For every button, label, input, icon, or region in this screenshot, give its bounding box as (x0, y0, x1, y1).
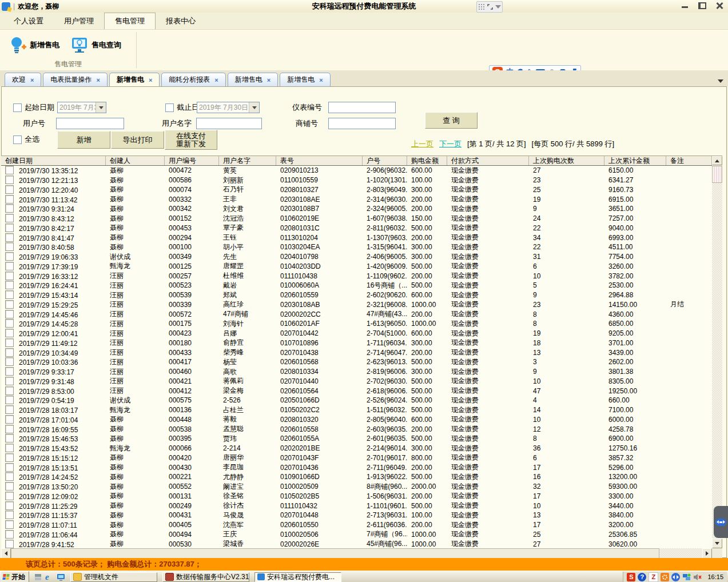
row-checkbox[interactable] (5, 185, 14, 194)
menu-tab-2[interactable]: 售电管理 (104, 13, 156, 29)
table-row[interactable]: 2019/7/29 15:43:14汪丽000539郑斌02060105592-… (1, 290, 712, 300)
row-checkbox[interactable] (5, 329, 14, 337)
column-header-9[interactable]: 上次累计金额 (604, 156, 666, 165)
row-checkbox[interactable] (5, 367, 14, 376)
dropdown-chevron-icon[interactable] (495, 5, 501, 9)
table-row[interactable]: 2019/7/29 19:06:33谢伏成000349先生02040107982… (1, 252, 712, 262)
minimize-button[interactable] (681, 2, 689, 10)
combo-arrow-icon[interactable] (249, 102, 259, 113)
combo-arrow-icon[interactable] (96, 102, 106, 113)
tab-close-icon[interactable]: × (319, 77, 323, 83)
table-row[interactable]: 2019/7/29 17:39:19甄海龙000125唐耀罡01040203DD… (1, 262, 712, 272)
teamviewer-tray-icon[interactable] (671, 573, 680, 581)
row-checkbox[interactable] (5, 444, 14, 452)
grid-dots-icon[interactable] (478, 3, 485, 10)
row-checkbox[interactable] (5, 290, 14, 299)
taskbar-task-2[interactable]: 安科瑞远程预付费电... (254, 572, 341, 582)
taskbar-task-1[interactable]: 数据传输服务中心V2.31 (162, 572, 249, 582)
column-header-2[interactable]: 用户编号 (165, 156, 219, 165)
row-checkbox[interactable] (5, 520, 14, 529)
row-checkbox[interactable] (5, 252, 14, 261)
doc-tab-1[interactable]: 电表批量操作× (43, 73, 107, 86)
row-checkbox[interactable] (5, 214, 14, 222)
table-row[interactable]: 2019/7/30 12:20:40聂柳000074石乃轩02080103272… (1, 185, 712, 195)
start-date-combo[interactable]: 2019年 7月30日 (57, 102, 106, 113)
online-pay-resend-button[interactable]: 在线支付重新下发 (165, 130, 217, 150)
table-row[interactable]: 2019/7/29 14:45:28汪丽000175刘海针01060201AF1… (1, 319, 712, 329)
table-row[interactable]: 2019/7/30 12:21:13聂柳000586刘丽新01100105591… (1, 176, 712, 185)
new-sale-button[interactable]: 新增售电 (6, 34, 63, 56)
table-row[interactable]: 2019/7/28 14:24:52聂柳000221尤静静010901066D1… (1, 472, 712, 482)
table-row[interactable]: 2019/7/29 8:53:00汪丽000412梁金梅02060105642-… (1, 386, 712, 396)
doc-tab-2[interactable]: 新增售电× (109, 73, 160, 86)
doc-tab-3[interactable]: 能耗分析报表× (161, 73, 225, 86)
tab-list-dropdown-icon[interactable] (718, 79, 723, 83)
column-header-1[interactable]: 创建人 (106, 156, 165, 165)
row-checkbox[interactable] (5, 195, 14, 204)
column-header-6[interactable]: 购电金额 (407, 156, 447, 165)
table-row[interactable]: 2019/7/28 13:50:20聂柳000552阚进宝01000205098… (1, 482, 712, 492)
user-no-input[interactable] (56, 118, 124, 129)
network-tray-icon[interactable] (682, 573, 691, 581)
row-checkbox[interactable] (5, 396, 14, 404)
table-row[interactable]: 2019/7/29 0:54:19谢伏成0005752-526020501066… (1, 396, 712, 405)
table-row[interactable]: 2019/7/29 10:03:36汪丽000417杨莹02060105682-… (1, 357, 712, 367)
table-row[interactable]: 2019/7/30 8:40:58聂柳000100胡小平01030204EA1-… (1, 242, 712, 252)
row-checkbox[interactable] (5, 242, 14, 251)
column-header-3[interactable]: 用户名字 (219, 156, 276, 165)
row-checkbox[interactable] (5, 300, 14, 309)
row-checkbox[interactable] (5, 434, 14, 443)
table-row[interactable]: 2019/7/28 15:15:12聂柳000420唐丽华020701043F2… (1, 453, 712, 463)
horizontal-scroll-thumb[interactable] (11, 548, 659, 559)
volume-muted-icon[interactable] (693, 573, 702, 581)
menu-tab-3[interactable]: 报表中心 (156, 13, 206, 29)
add-button[interactable]: 新增 (57, 131, 110, 149)
table-row[interactable]: 2019/7/30 11:13:42聂柳000332王非02030108AE2-… (1, 194, 712, 204)
table-row[interactable]: 2019/7/29 14:45:46汪丽00057247#商铺02000202C… (1, 309, 712, 319)
table-row[interactable]: 2019/7/28 15:43:52甄海龙0000662-21402020201… (1, 444, 712, 453)
table-row[interactable]: 2019/7/28 12:09:02聂柳000131徐圣铭01050202B51… (1, 492, 712, 501)
table-row[interactable]: 2019/7/28 18:03:17甄海龙000136占桂兰01050202C2… (1, 405, 712, 415)
menu-tab-0[interactable]: 个人设置 (3, 13, 54, 29)
column-header-8[interactable]: 上次购电次数 (529, 156, 604, 165)
desktop-icon[interactable] (57, 573, 65, 581)
table-row[interactable]: 2019/7/29 11:49:12汪丽000180俞静宜01070108961… (1, 338, 712, 348)
vertical-scroll-track[interactable] (712, 183, 722, 539)
tab-close-icon[interactable]: × (267, 77, 270, 83)
table-row[interactable]: 2019/7/30 8:43:12聂柳000152沈冠浩010602019E1-… (1, 214, 712, 224)
scroll-up-icon[interactable] (712, 156, 722, 165)
table-row[interactable]: 2019/7/29 16:33:12汪丽000257杜维维01110104381… (1, 271, 712, 281)
scroll-left-icon[interactable] (1, 548, 11, 559)
row-checkbox[interactable] (5, 357, 14, 366)
table-row[interactable]: 2019/7/29 12:00:41汪丽000423吕娜02070104422-… (1, 329, 712, 338)
scroll-right-icon[interactable] (702, 548, 712, 559)
table-row[interactable]: 2019/7/30 9:31:24聂柳000342刘文君02030108B72-… (1, 204, 712, 214)
restore-button[interactable] (698, 2, 706, 10)
column-header-0[interactable]: 创建日期 (1, 156, 106, 165)
row-checkbox[interactable] (5, 501, 14, 510)
row-checkbox[interactable] (5, 262, 14, 270)
row-checkbox[interactable] (5, 272, 14, 280)
tab-close-icon[interactable]: × (30, 77, 34, 83)
horizontal-scroll-track[interactable] (659, 548, 702, 559)
next-page-link[interactable]: 下一页 (439, 139, 462, 149)
row-checkbox[interactable] (5, 348, 14, 357)
doc-tab-5[interactable]: 新增售电× (280, 73, 330, 86)
table-row[interactable]: 2019/7/28 11:25:29聂柳000249徐计杰01110104321… (1, 501, 712, 511)
shop-no-input[interactable] (328, 118, 396, 129)
row-checkbox[interactable] (5, 405, 14, 414)
vertical-scroll-thumb[interactable] (712, 166, 722, 183)
table-row[interactable]: 2019/7/28 9:41:52聂柳000530梁城香020002026E45… (1, 539, 712, 548)
scroll-down-icon[interactable] (712, 539, 722, 548)
table-row[interactable]: 2019/7/29 9:31:48汪丽000421蒋佩莉02070104402-… (1, 377, 712, 386)
row-checkbox[interactable] (5, 425, 14, 433)
expand-icon[interactable] (487, 3, 494, 10)
table-row[interactable]: 2019/7/30 8:42:17聂柳000453覃子豪020801031C2-… (1, 224, 712, 233)
column-header-10[interactable]: 备注 (666, 156, 712, 165)
table-row[interactable]: 2019/7/28 15:46:53聂柳000395贾玮020601055A2-… (1, 434, 712, 444)
row-checkbox[interactable] (5, 319, 14, 328)
teamviewer-panel-handle[interactable] (714, 506, 728, 538)
tab-close-icon[interactable]: × (96, 77, 100, 83)
row-checkbox[interactable] (5, 338, 14, 347)
tab-close-icon[interactable]: × (149, 77, 152, 83)
